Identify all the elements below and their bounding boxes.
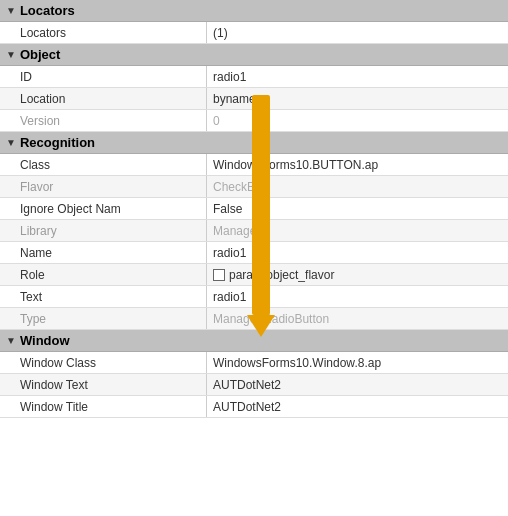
prop-name-text: Text	[0, 286, 207, 307]
prop-name-type: Type	[0, 308, 207, 329]
prop-name-id: ID	[0, 66, 207, 87]
table-row: Window Title AUTDotNet2	[0, 396, 508, 418]
prop-name-name: Name	[0, 242, 207, 263]
prop-name-library: Library	[0, 220, 207, 241]
arrow-shaft	[252, 95, 270, 315]
locators-rows: Locators (1)	[0, 22, 508, 44]
collapse-triangle-locators[interactable]: ▼	[6, 5, 16, 16]
prop-name-version: Version	[0, 110, 207, 131]
collapse-triangle-recognition[interactable]: ▼	[6, 137, 16, 148]
prop-name-window-class: Window Class	[0, 352, 207, 373]
prop-name-class: Class	[0, 154, 207, 175]
prop-name-locators: Locators	[0, 22, 207, 43]
role-text: param:object_flavor	[229, 268, 334, 282]
table-row: Window Text AUTDotNet2	[0, 374, 508, 396]
prop-name-flavor: Flavor	[0, 176, 207, 197]
table-row: Locators (1)	[0, 22, 508, 44]
section-object-label: Object	[20, 47, 60, 62]
arrow-indicator	[247, 95, 275, 337]
prop-value-window-title: AUTDotNet2	[207, 396, 508, 417]
table-row: Window Class WindowsForms10.Window.8.ap	[0, 352, 508, 374]
collapse-triangle-object[interactable]: ▼	[6, 49, 16, 60]
arrow-head	[247, 315, 275, 337]
window-rows: Window Class WindowsForms10.Window.8.ap …	[0, 352, 508, 418]
section-locators: ▼ Locators	[0, 0, 508, 22]
properties-panel: ▼ Locators Locators (1) ▼ Object ID radi…	[0, 0, 508, 418]
prop-name-window-text: Window Text	[0, 374, 207, 395]
section-recognition-label: Recognition	[20, 135, 95, 150]
section-window-label: Window	[20, 333, 70, 348]
checkbox-icon	[213, 269, 225, 281]
prop-value-id: radio1	[207, 66, 508, 87]
collapse-triangle-window[interactable]: ▼	[6, 335, 16, 346]
prop-value-window-class: WindowsForms10.Window.8.ap	[207, 352, 508, 373]
prop-name-role: Role	[0, 264, 207, 285]
section-object: ▼ Object	[0, 44, 508, 66]
prop-name-window-title: Window Title	[0, 396, 207, 417]
table-row: ID radio1	[0, 66, 508, 88]
prop-value-window-text: AUTDotNet2	[207, 374, 508, 395]
prop-name-location: Location	[0, 88, 207, 109]
section-locators-label: Locators	[20, 3, 75, 18]
prop-name-ignore-object-name: Ignore Object Nam	[0, 198, 207, 219]
prop-value-locators: (1)	[207, 22, 508, 43]
